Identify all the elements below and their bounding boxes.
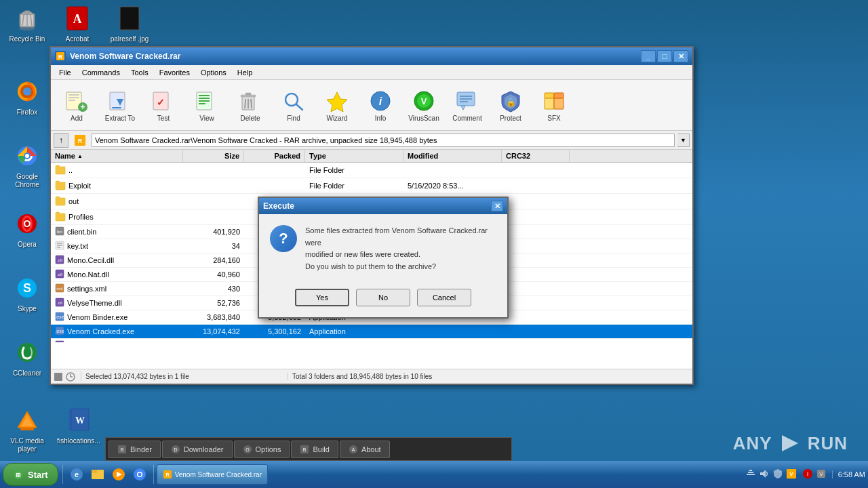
add-icon: + <box>64 89 89 113</box>
col-type-label: Type <box>309 152 326 160</box>
file-row[interactable]: Exploit File Folder 5/16/2020 8:53... <box>51 178 692 194</box>
desktop-icon-ccleaner[interactable]: CCleaner <box>3 336 52 380</box>
status-bar: Selected 13,074,432 bytes in 1 file Tota… <box>51 369 692 384</box>
file-type: File Folder <box>305 165 403 176</box>
nav-up-button[interactable]: ↑ <box>54 133 68 148</box>
dialog-yes-button[interactable]: Yes <box>295 289 349 306</box>
menu-help[interactable]: Help <box>232 67 258 78</box>
toolbar-add[interactable]: + Add <box>56 85 97 125</box>
dialog-body: ? Some files extracted from Venom Softwa… <box>259 214 507 283</box>
restore-button[interactable]: □ <box>657 50 672 62</box>
col-modified-label: Modified <box>408 152 438 160</box>
file-crc <box>502 230 570 233</box>
address-input[interactable] <box>92 134 675 147</box>
svg-point-19 <box>25 154 29 158</box>
toolbar-protect[interactable]: 🔒 Protect <box>490 85 531 125</box>
file-packed <box>244 184 305 187</box>
desktop-icon-acrobat[interactable]: A Acrobat <box>53 1 102 46</box>
status-left: Selected 13,074,432 bytes in 1 file <box>81 373 288 380</box>
svg-text:+: + <box>80 102 85 112</box>
tray-volume-icon[interactable] <box>759 468 770 481</box>
tray-network-icon[interactable] <box>745 468 756 481</box>
menu-options[interactable]: Options <box>195 67 232 78</box>
tray-extra-icon[interactable]: V <box>816 468 827 481</box>
file-packed <box>244 169 305 171</box>
venom-tab-about[interactable]: A About <box>340 441 390 458</box>
file-row[interactable]: .exe Venom Cracked.exe 13,074,432 5,300,… <box>51 325 692 339</box>
fishlocations-label: fishlocations... <box>57 437 100 445</box>
view-icon <box>195 89 219 113</box>
col-packed[interactable]: Packed <box>244 150 305 162</box>
toolbar-test[interactable]: ✓ Test <box>143 85 184 125</box>
address-dropdown[interactable]: ▼ <box>677 134 690 147</box>
desktop-icon-skype[interactable]: S Skype <box>3 271 52 316</box>
tray-winrar-icon[interactable]: V <box>786 468 797 481</box>
file-icon <box>55 211 66 223</box>
file-modified <box>403 169 502 171</box>
find-label: Find <box>287 115 300 122</box>
toolbar-comment[interactable]: Comment <box>447 85 488 125</box>
toolbar-wizard[interactable]: Wizard <box>317 85 357 125</box>
menu-tools[interactable]: Tools <box>125 67 154 78</box>
col-name[interactable]: Name ▲ <box>51 150 183 162</box>
skype-label: Skype <box>18 305 37 313</box>
svg-rect-72 <box>545 93 554 98</box>
file-size <box>183 216 244 218</box>
col-type[interactable]: Type <box>305 150 403 162</box>
toolbar-sfx[interactable]: SFX <box>534 85 574 125</box>
toolbar-info[interactable]: i Info <box>360 85 401 125</box>
col-size[interactable]: Size <box>183 150 244 162</box>
taskbar-chrome-taskbar-icon[interactable] <box>130 465 149 484</box>
dialog-cancel-button[interactable]: Cancel <box>417 289 471 306</box>
tray-antivirus-icon[interactable]: ! <box>802 468 813 481</box>
venom-tab-options[interactable]: O Options <box>234 441 290 458</box>
status-right: Total 3 folders and 18,945,488 bytes in … <box>288 373 692 380</box>
venom-tab-build[interactable]: B Build <box>291 441 338 458</box>
menu-file[interactable]: File <box>54 67 77 78</box>
desktop-icon-fishlocations[interactable]: W fishlocations... <box>54 403 103 448</box>
file-row[interactable]: .. File Folder <box>51 163 692 178</box>
dialog-no-button[interactable]: No <box>356 289 410 306</box>
svg-text:W: W <box>75 415 85 426</box>
desktop-icon-google-chrome[interactable]: Google Chrome <box>3 139 52 192</box>
desktop-icon-vlc[interactable]: VLC media player <box>3 403 52 456</box>
file-crc <box>502 184 570 187</box>
svg-text:🔒: 🔒 <box>506 97 516 107</box>
col-crc-label: CRC32 <box>506 152 530 160</box>
toolbar-view[interactable]: View <box>186 85 227 125</box>
desktop-icon-opera[interactable]: O Opera <box>3 207 52 251</box>
venom-tab-binder[interactable]: B Binder <box>108 441 161 458</box>
toolbar-find[interactable]: Find <box>273 85 314 125</box>
chrome-label: Google Chrome <box>5 173 49 189</box>
info-icon: i <box>368 89 393 113</box>
tray-security-icon[interactable] <box>772 468 783 481</box>
wizard-icon <box>325 89 349 113</box>
desktop-icon-file-black[interactable]: palreself .jpg <box>105 1 154 46</box>
taskbar-ie-icon[interactable]: e <box>67 465 86 484</box>
venom-tab-downloader[interactable]: D Downloader <box>162 441 233 458</box>
file-icon: .exe <box>55 326 64 337</box>
svg-rect-75 <box>554 98 564 109</box>
taskbar-winrar-task[interactable]: R Venom Software Cracked.rar <box>157 464 268 485</box>
menu-favorites[interactable]: Favorites <box>154 67 195 78</box>
desktop-icon-firefox[interactable]: Firefox <box>3 75 52 119</box>
desktop-icon-recycle-bin[interactable]: Recycle Bin <box>3 1 52 46</box>
start-button[interactable]: ⊞ Start <box>3 463 58 486</box>
dialog-close-button[interactable]: ✕ <box>491 201 503 211</box>
close-button[interactable]: ✕ <box>673 50 688 62</box>
menu-commands[interactable]: Commands <box>77 67 125 78</box>
svg-text:A: A <box>73 12 82 26</box>
minimize-button[interactable]: _ <box>641 50 656 62</box>
col-modified[interactable]: Modified <box>403 150 502 162</box>
toolbar-virusscan[interactable]: V VirusScan <box>403 85 444 125</box>
svg-rect-7 <box>24 11 30 13</box>
toolbar-delete[interactable]: Delete <box>230 85 271 125</box>
toolbar-extract-to[interactable]: Extract To <box>100 85 140 125</box>
file-row[interactable]: .dll Vestris.Resource... 77,824 29,020 A… <box>51 339 692 342</box>
file-name: .dll Mono.Nat.dll <box>51 268 183 281</box>
vlc-label: VLC media player <box>5 437 49 453</box>
taskbar-explorer-icon[interactable] <box>88 465 107 484</box>
taskbar-media-icon[interactable] <box>109 465 128 484</box>
file-icon: .dll <box>55 340 64 342</box>
col-crc[interactable]: CRC32 <box>502 150 570 162</box>
